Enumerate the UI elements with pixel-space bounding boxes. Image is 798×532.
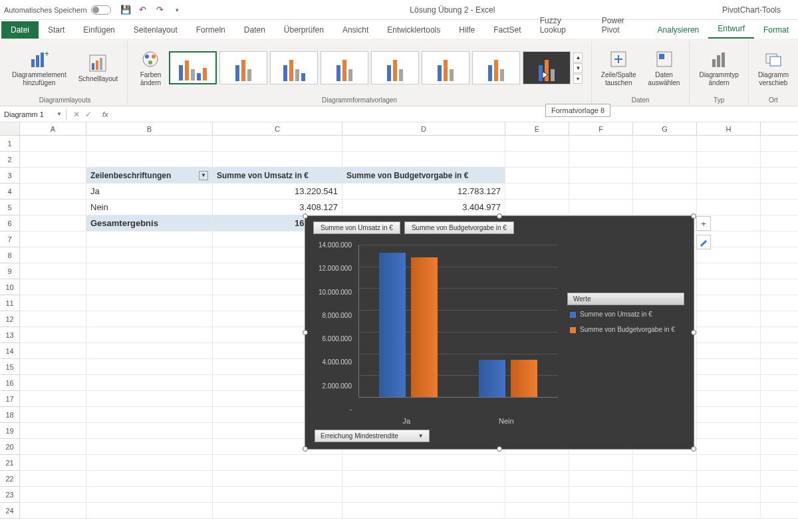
pivot-cell[interactable]: Ja xyxy=(86,184,213,199)
row-header[interactable]: 12 xyxy=(0,311,20,327)
bar-group-nein[interactable] xyxy=(479,360,537,397)
autosave-toggle[interactable]: Automatisches Speichern xyxy=(4,5,111,15)
style-thumb-2[interactable] xyxy=(219,51,267,84)
row-header[interactable]: 13 xyxy=(0,327,20,343)
worksheet-grid[interactable]: A B C D E F G H 123456789101112131415161… xyxy=(0,122,798,532)
row-header[interactable]: 6 xyxy=(0,215,20,231)
row-header[interactable]: 11 xyxy=(0,295,20,311)
tab-factset[interactable]: FactSet xyxy=(484,21,530,39)
pivot-rowlabels-header[interactable]: Zeilenbeschriftungen▼ xyxy=(86,168,213,183)
pivot-cell[interactable]: 12.783.127 xyxy=(342,184,505,199)
chart-plot-area[interactable]: 14.000.00012.000.00010.000.0008.000.0006… xyxy=(315,241,561,413)
bar-budget-ja[interactable] xyxy=(411,257,438,397)
col-header-h[interactable]: H xyxy=(697,122,761,135)
tab-analyze[interactable]: Analysieren xyxy=(648,21,709,39)
row-header[interactable]: 15 xyxy=(0,359,20,375)
select-all-corner[interactable] xyxy=(0,122,20,135)
tab-developer[interactable]: Entwicklertools xyxy=(378,21,450,39)
col-header-c[interactable]: C xyxy=(213,122,342,135)
redo-icon[interactable]: ↷ xyxy=(155,5,166,15)
legend-item-2[interactable]: Summe von Budgetvorgabe in € xyxy=(567,326,684,333)
tab-view[interactable]: Ansicht xyxy=(333,21,378,39)
gallery-more-icon[interactable]: ▾ xyxy=(573,74,583,84)
gallery-up-icon[interactable]: ▲ xyxy=(573,53,583,63)
row-header[interactable]: 17 xyxy=(0,391,20,407)
col-header-g[interactable]: G xyxy=(633,122,697,135)
legend-title[interactable]: Werte xyxy=(567,293,684,305)
tab-powerpivot[interactable]: Power Pivot xyxy=(593,12,648,39)
chevron-down-icon[interactable]: ▼ xyxy=(57,111,62,117)
tab-review[interactable]: Überprüfen xyxy=(275,21,333,39)
row-header[interactable]: 7 xyxy=(0,231,20,247)
row-header[interactable]: 19 xyxy=(0,423,20,439)
enter-icon[interactable]: ✓ xyxy=(85,110,92,119)
tab-insert[interactable]: Einfügen xyxy=(74,21,124,39)
row-header[interactable]: 18 xyxy=(0,407,20,423)
tab-design[interactable]: Entwurf xyxy=(708,20,754,39)
row-header[interactable]: 22 xyxy=(0,471,20,487)
chart-styles-button[interactable] xyxy=(696,235,711,249)
tab-formulas[interactable]: Formeln xyxy=(187,21,235,39)
col-header-d[interactable]: D xyxy=(342,122,505,135)
name-box[interactable]: Diagramm 1▼ xyxy=(0,109,66,120)
row-header[interactable]: 20 xyxy=(0,439,20,455)
style-thumb-1[interactable] xyxy=(169,51,217,84)
switch-row-col-button[interactable]: Zeile/Spalte tauschen xyxy=(597,47,640,88)
chevron-down-icon[interactable]: ▼ xyxy=(418,433,424,439)
style-thumb-4[interactable] xyxy=(321,51,368,84)
undo-icon[interactable]: ↶ xyxy=(138,5,148,15)
tab-data[interactable]: Daten xyxy=(235,21,275,39)
style-thumb-8[interactable] xyxy=(523,51,571,84)
filter-dropdown-icon[interactable]: ▼ xyxy=(199,171,208,180)
fx-icon[interactable]: fx xyxy=(98,110,112,118)
row-header[interactable]: 24 xyxy=(0,503,20,519)
row-header[interactable]: 2 xyxy=(0,152,20,168)
pivot-total-label[interactable]: Gesamtergebnis xyxy=(86,215,213,231)
gallery-down-icon[interactable]: ▼ xyxy=(573,63,583,73)
cells-area[interactable]: Zeilenbeschriftungen▼Summe von Umsatz in… xyxy=(20,136,798,519)
pivot-cell[interactable]: 3.408.127 xyxy=(213,200,342,215)
style-thumb-5[interactable] xyxy=(371,51,419,84)
pivot-cell[interactable]: Nein xyxy=(86,200,213,215)
row-header[interactable]: 5 xyxy=(0,200,20,215)
change-chart-type-button[interactable]: Diagrammtyp ändern xyxy=(695,47,742,88)
bar-umsatz-nein[interactable] xyxy=(479,360,505,397)
tab-help[interactable]: Hilfe xyxy=(450,21,484,39)
save-icon[interactable]: 💾 xyxy=(120,5,131,15)
cancel-icon[interactable]: ✕ xyxy=(73,110,80,119)
pivot-cell[interactable]: 13.220.541 xyxy=(213,184,342,199)
tab-file[interactable]: Datei xyxy=(1,21,39,39)
col-header-b[interactable]: B xyxy=(86,122,213,135)
add-chart-element-button[interactable]: + Diagrammelement hinzufügen xyxy=(8,47,70,88)
bar-umsatz-ja[interactable] xyxy=(379,253,406,397)
legend-item-1[interactable]: Summe von Umsatz in € xyxy=(567,311,684,318)
row-header[interactable]: 3 xyxy=(0,168,20,184)
row-header[interactable]: 23 xyxy=(0,487,20,503)
row-header[interactable]: 21 xyxy=(0,455,20,471)
qat-more-icon[interactable]: ▾ xyxy=(172,5,183,15)
select-data-button[interactable]: Daten auswählen xyxy=(644,47,684,88)
quick-layout-button[interactable]: Schnelllayout xyxy=(74,51,122,84)
chart-value-button-1[interactable]: Summe von Umsatz in € xyxy=(313,221,400,234)
tab-format[interactable]: Format xyxy=(754,21,798,39)
style-thumb-6[interactable] xyxy=(422,51,469,84)
chart-elements-button[interactable]: + xyxy=(696,216,711,231)
col-header-e[interactable]: E xyxy=(505,122,569,135)
plot-area[interactable] xyxy=(358,245,558,398)
toggle-switch-icon[interactable] xyxy=(91,5,111,15)
tab-start[interactable]: Start xyxy=(39,21,74,39)
row-header[interactable]: 14 xyxy=(0,343,20,359)
change-colors-button[interactable]: Farben ändern xyxy=(136,47,165,88)
move-chart-button[interactable]: Diagramm verschieb xyxy=(754,47,793,88)
row-header[interactable]: 9 xyxy=(0,263,20,279)
row-header[interactable]: 4 xyxy=(0,184,20,200)
row-header[interactable]: 10 xyxy=(0,279,20,295)
bar-group-ja[interactable] xyxy=(379,253,438,397)
chart-legend[interactable]: Werte Summe von Umsatz in € Summe von Bu… xyxy=(567,293,684,341)
chart-axis-filter-button[interactable]: Erreichung Mindestrendite▼ xyxy=(315,430,430,442)
bar-budget-nein[interactable] xyxy=(511,360,537,397)
row-header[interactable]: 1 xyxy=(0,136,20,152)
chart-value-button-2[interactable]: Summe von Budgetvorgabe in € xyxy=(404,221,514,234)
pivot-cell[interactable]: 3.404.977 xyxy=(342,200,505,215)
row-header[interactable]: 8 xyxy=(0,247,20,263)
